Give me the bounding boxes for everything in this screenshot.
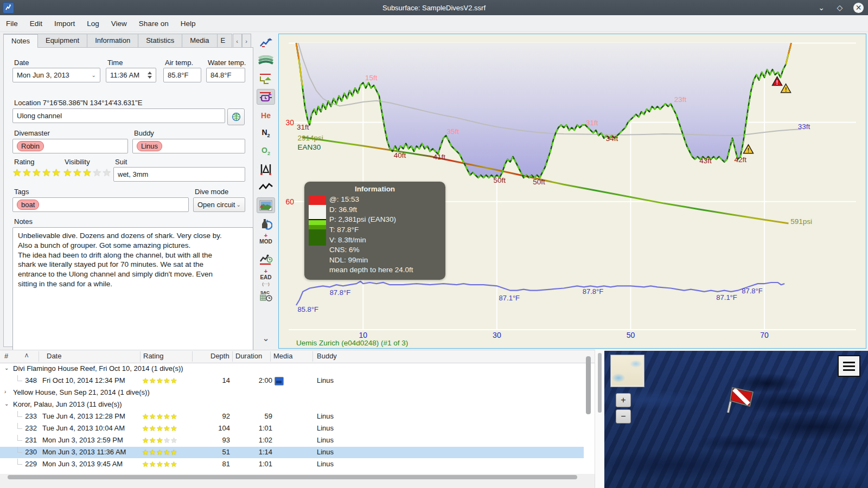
tab-information[interactable]: Information: [87, 34, 138, 48]
menu-edit[interactable]: Edit: [24, 17, 48, 30]
water-temp-field[interactable]: 84.8°F: [206, 68, 245, 82]
maximize-icon[interactable]: ◇: [835, 3, 845, 12]
tab-scroll-right-icon[interactable]: ›: [242, 34, 251, 48]
column-divider[interactable]: [312, 351, 313, 362]
visibility-stars[interactable]: ★★★★★: [63, 168, 112, 178]
dive-list-header[interactable]: #DateRatingDepthDurationMediaBuddyᐱ: [0, 350, 595, 363]
dive-row[interactable]: 232Tue Jun 4, 2013 10:04 AM★★★★★1041:01L…: [0, 423, 584, 434]
column-header-date[interactable]: Date: [47, 352, 61, 360]
column-divider[interactable]: [232, 351, 233, 362]
dive-profile-chart[interactable]: 31ft15ft40ft41ft35ft50ft50ft31ft34ft23ft…: [278, 34, 866, 349]
toolbar-dc-reported-ceiling-icon[interactable]: [257, 89, 275, 105]
toolbar-mod-delta-icon[interactable]: [257, 162, 275, 176]
tag-boat[interactable]: boat: [17, 200, 39, 210]
minimize-icon[interactable]: ⌄: [816, 3, 826, 12]
buddy-field[interactable]: Linus: [132, 139, 245, 153]
tab-equipment[interactable]: Equipment: [37, 34, 87, 48]
menu-view[interactable]: View: [105, 17, 133, 30]
column-header-media[interactable]: Media: [273, 352, 292, 360]
toolbar-dive-time-diver-icon[interactable]: [257, 252, 275, 267]
dive-list-footer-strip: [0, 480, 595, 488]
map-zoom-out-button[interactable]: −: [616, 409, 631, 423]
divemaster-tag[interactable]: Robin: [17, 141, 44, 151]
suit-field[interactable]: wet, 3mm: [113, 167, 245, 182]
column-divider[interactable]: [140, 351, 141, 362]
column-header-duration[interactable]: Duration: [235, 352, 262, 360]
dive-flag-marker[interactable]: [728, 388, 753, 413]
menu-file[interactable]: File: [0, 17, 24, 30]
menu-import[interactable]: Import: [48, 17, 81, 30]
svg-text:30: 30: [285, 118, 294, 127]
air-temp-field[interactable]: 85.8°F: [163, 68, 201, 82]
dive-row[interactable]: 233Tue Jun 4, 2013 12:28 PM★★★★★9259Linu…: [0, 411, 584, 422]
trip-row[interactable]: ⌄Koror, Palau, Jun 2013 (11 dive(s)): [0, 399, 584, 410]
divemaster-label: Divemaster: [14, 129, 50, 137]
tab-media[interactable]: Media: [182, 34, 217, 48]
toolbar-sac-rate-icon[interactable]: SAC: [257, 288, 275, 303]
collapse-icon[interactable]: ⌄: [4, 365, 9, 371]
map-zoom-in-button[interactable]: +: [616, 393, 631, 407]
toolbar-heart-rate-icon[interactable]: [257, 179, 275, 194]
date-select[interactable]: Mon Jun 3, 2013⌄: [12, 68, 100, 82]
tab-notes[interactable]: Notes: [3, 34, 38, 48]
menu-share-on[interactable]: Share on: [133, 17, 175, 30]
buddy-tag[interactable]: Linus: [137, 141, 162, 151]
dive-duration: 59: [222, 412, 272, 420]
rating-stars[interactable]: ★★★★★: [12, 168, 61, 178]
toolbar-gas-change-icon[interactable]: [257, 216, 275, 231]
media-thumbnail-icon[interactable]: [275, 377, 284, 386]
toolbar-pO2-graph-button[interactable]: O2: [257, 144, 275, 158]
svg-text:EAN30: EAN30: [297, 143, 321, 151]
toolbar-ead-button[interactable]: +EAD(···): [257, 270, 275, 285]
dive-list-vertical-scrollbar[interactable]: [586, 356, 591, 414]
dive-row[interactable]: 348Fri Oct 10, 2014 12:34 PM★★★★★142:00L…: [0, 375, 584, 387]
information-tooltip[interactable]: Information @: 15:53D: 36.9ftP: 2,381psi…: [304, 182, 445, 280]
trip-row[interactable]: ›Yellow House, Sun Sep 21, 2014 (1 dive(…: [0, 387, 584, 399]
tab-statistics[interactable]: Statistics: [138, 34, 182, 48]
menu-log[interactable]: Log: [81, 17, 105, 30]
tab-scroll-left-icon[interactable]: ‹: [233, 34, 242, 48]
toolbar-calculated-ceiling-icon[interactable]: [257, 71, 275, 86]
divemaster-field[interactable]: Robin: [12, 139, 128, 153]
svg-text:31ft: 31ft: [297, 123, 309, 131]
column-header-depth[interactable]: Depth: [210, 352, 229, 360]
column-header-num[interactable]: #: [4, 352, 8, 360]
column-divider[interactable]: [192, 351, 193, 362]
column-divider[interactable]: [39, 351, 39, 362]
spinner-icons[interactable]: [148, 72, 152, 79]
column-divider[interactable]: [270, 351, 271, 362]
toolbar-waves-icon[interactable]: [257, 53, 275, 68]
map-splitter-scrollbar[interactable]: [595, 350, 605, 488]
toolbar-pHe-graph-button[interactable]: He: [257, 108, 275, 123]
toolbar-mod-button[interactable]: +MOD: [257, 234, 275, 249]
location-field[interactable]: Ulong channel: [12, 108, 225, 123]
close-icon[interactable]: ✕: [853, 3, 864, 13]
time-stepper[interactable]: 11:36 AM: [106, 68, 156, 82]
tags-field[interactable]: boat: [12, 197, 189, 212]
dive-rating-stars: ★★★★★: [142, 424, 177, 433]
star-icon: ★: [63, 167, 73, 178]
hamburger-icon: [843, 365, 855, 367]
dive-list-horizontal-scrollbar[interactable]: [0, 474, 595, 480]
dive-row[interactable]: 230Mon Jun 3, 2013 11:36 AM★★★★★511:14Li…: [0, 447, 584, 458]
sort-indicator-icon[interactable]: ᐱ: [25, 353, 28, 358]
menu-help[interactable]: Help: [175, 17, 202, 30]
toolbar-ascent-rate-diver-icon[interactable]: [257, 35, 275, 50]
toolbar-pN2-graph-button[interactable]: N2: [257, 126, 275, 140]
expand-icon[interactable]: ›: [4, 389, 6, 395]
trip-row[interactable]: ⌄Divi Flamingo House Reef, Fri Oct 10, 2…: [0, 363, 584, 375]
toolbar-show-photos-icon[interactable]: [257, 197, 275, 213]
dive-row[interactable]: 231Mon Jun 3, 2013 2:59 PM★★★★★931:02Lin…: [0, 435, 584, 446]
toolbar-scroll-down-icon[interactable]: ⌄: [257, 331, 275, 345]
dive-number: 229: [15, 460, 37, 468]
dive-site-map[interactable]: + −: [604, 351, 868, 488]
dive-row[interactable]: 229Mon Jun 3, 2013 9:45 AM★★★★★811:01Lin…: [0, 459, 584, 470]
dive-mode-select[interactable]: Open circuit⌄: [193, 197, 245, 212]
column-header-rating[interactable]: Rating: [143, 352, 164, 360]
globe-button[interactable]: [227, 108, 245, 125]
map-overview-thumbnail[interactable]: [611, 355, 644, 387]
column-header-buddy[interactable]: Buddy: [317, 352, 337, 360]
tab-e[interactable]: E: [217, 34, 232, 48]
collapse-icon[interactable]: ⌄: [4, 401, 9, 407]
map-menu-button[interactable]: [838, 355, 860, 377]
